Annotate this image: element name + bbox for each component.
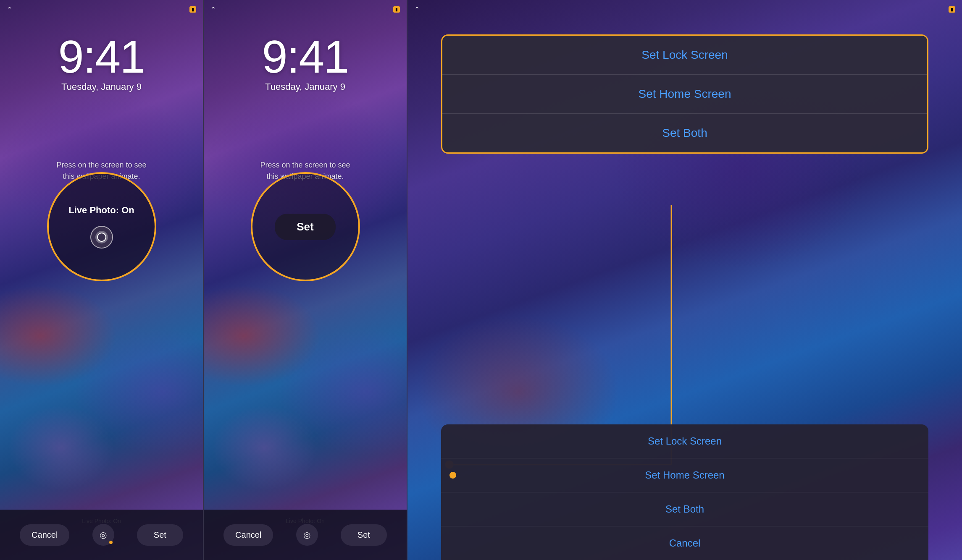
status-bar-1: ⌃ ▮ xyxy=(0,0,203,18)
live-dot-1 xyxy=(109,541,113,544)
set-pill-button-2[interactable]: Set xyxy=(275,214,335,240)
action-set-home-screen-bottom[interactable]: Set Home Screen xyxy=(441,458,928,492)
status-right-1: ▮ xyxy=(189,6,196,13)
status-right-3: ▮ xyxy=(949,6,955,13)
bottom-bar-2: Cancel ◎ Set xyxy=(204,510,407,560)
wifi-icon-2: ⌃ xyxy=(210,5,216,13)
right-panel: ⌃ ▮ Set Lock Screen Set Home Screen Set … xyxy=(407,0,962,560)
battery-icon-2: ▮ xyxy=(393,6,400,13)
clock-2: 9:41 Tuesday, January 9 xyxy=(204,34,407,92)
set-button-2[interactable]: Set xyxy=(341,524,387,546)
bottom-bar-1: Cancel ◎ Set xyxy=(0,510,203,560)
live-photo-btn-1[interactable]: ◎ xyxy=(92,524,114,546)
action-set-both-top[interactable]: Set Both xyxy=(442,114,927,152)
cancel-button-1[interactable]: Cancel xyxy=(20,524,69,546)
clock-time-1: 9:41 xyxy=(0,34,203,80)
dot-indicator xyxy=(449,472,456,479)
set-circle-2[interactable]: Set xyxy=(251,172,360,281)
status-left-1: ⌃ xyxy=(7,5,12,13)
live-photo-btn-2[interactable]: ◎ xyxy=(296,524,318,546)
battery-icon-1: ▮ xyxy=(189,6,196,13)
action-cancel-bottom[interactable]: Cancel xyxy=(441,526,928,560)
action-set-home-screen-top[interactable]: Set Home Screen xyxy=(442,75,927,114)
status-bar-3: ⌃ ▮ xyxy=(407,0,962,18)
status-left-3: ⌃ xyxy=(414,5,420,13)
action-set-lock-screen-top[interactable]: Set Lock Screen xyxy=(442,36,927,75)
wifi-icon-1: ⌃ xyxy=(7,5,12,13)
clock-date-2: Tuesday, January 9 xyxy=(204,81,407,92)
action-sheet-bottom: Set Lock Screen Set Home Screen Set Both… xyxy=(441,424,928,560)
action-set-both-bottom[interactable]: Set Both xyxy=(441,492,928,526)
clock-1: 9:41 Tuesday, January 9 xyxy=(0,34,203,92)
action-set-lock-screen-bottom[interactable]: Set Lock Screen xyxy=(441,424,928,458)
clock-date-1: Tuesday, January 9 xyxy=(0,81,203,92)
live-photo-circle-1[interactable]: Live Photo: On xyxy=(47,172,156,281)
action-sheet-top: Set Lock Screen Set Home Screen Set Both xyxy=(441,34,928,154)
phone-screen-1: ⌃ ▮ 9:41 Tuesday, January 9 Press on the… xyxy=(0,0,203,560)
phone-screen-2: ⌃ ▮ 9:41 Tuesday, January 9 Press on the… xyxy=(204,0,407,560)
battery-icon-3: ▮ xyxy=(949,6,955,13)
cancel-button-2[interactable]: Cancel xyxy=(223,524,273,546)
clock-time-2: 9:41 xyxy=(204,34,407,80)
status-left-2: ⌃ xyxy=(210,5,216,13)
wifi-icon-3: ⌃ xyxy=(414,5,420,13)
set-button-1[interactable]: Set xyxy=(137,524,183,546)
status-bar-2: ⌃ ▮ xyxy=(204,0,407,18)
status-right-2: ▮ xyxy=(393,6,400,13)
live-photo-icon-1 xyxy=(90,226,113,249)
live-photo-label-1: Live Photo: On xyxy=(68,205,134,216)
